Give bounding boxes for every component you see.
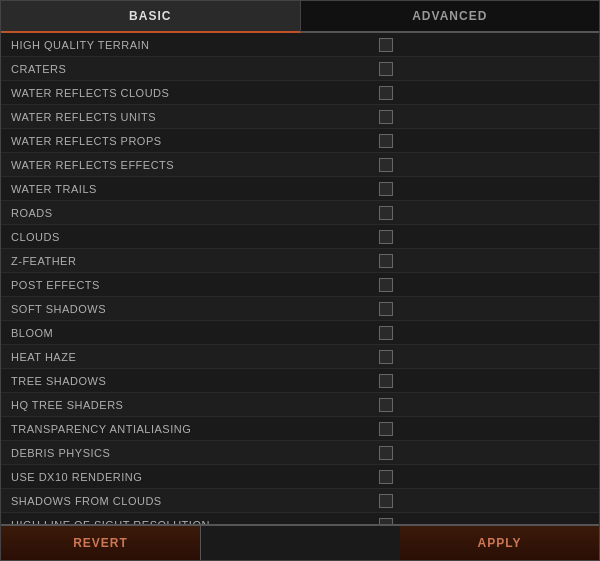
setting-checkbox[interactable] [379,350,393,364]
checkbox-area [359,398,599,412]
setting-checkbox[interactable] [379,254,393,268]
setting-label: SHADOWS FROM CLOUDS [11,495,359,507]
checkbox-area [359,158,599,172]
checkbox-area [359,182,599,196]
checkbox-area [359,374,599,388]
tab-advanced-label: ADVANCED [412,9,487,23]
setting-label: POST EFFECTS [11,279,359,291]
setting-checkbox[interactable] [379,38,393,52]
table-row: WATER TRAILS [1,177,599,201]
setting-checkbox[interactable] [379,494,393,508]
setting-checkbox[interactable] [379,302,393,316]
table-row: CLOUDS [1,225,599,249]
setting-label: SOFT SHADOWS [11,303,359,315]
setting-checkbox[interactable] [379,326,393,340]
table-row: HIGH LINE OF SIGHT RESOLUTION [1,513,599,524]
table-row: CRATERS [1,57,599,81]
setting-label: WATER REFLECTS PROPS [11,135,359,147]
setting-label: ROADS [11,207,359,219]
checkbox-area [359,470,599,484]
setting-label: WATER TRAILS [11,183,359,195]
setting-label: CLOUDS [11,231,359,243]
setting-label: Z-FEATHER [11,255,359,267]
checkbox-area [359,110,599,124]
setting-checkbox[interactable] [379,206,393,220]
table-row: WATER REFLECTS CLOUDS [1,81,599,105]
checkbox-area [359,422,599,436]
checkbox-area [359,494,599,508]
setting-checkbox[interactable] [379,422,393,436]
table-row: TRANSPARENCY ANTIALIASING [1,417,599,441]
checkbox-area [359,62,599,76]
setting-checkbox[interactable] [379,182,393,196]
footer-middle [201,526,400,560]
setting-label: HEAT HAZE [11,351,359,363]
table-row: HQ TREE SHADERS [1,393,599,417]
checkbox-area [359,446,599,460]
checkbox-area [359,350,599,364]
settings-list[interactable]: HIGH QUALITY TERRAINCRATERSWATER REFLECT… [1,33,599,524]
setting-label: WATER REFLECTS UNITS [11,111,359,123]
table-row: DEBRIS PHYSICS [1,441,599,465]
setting-checkbox[interactable] [379,134,393,148]
footer-bar: REVERT APPLY [1,524,599,560]
table-row: WATER REFLECTS PROPS [1,129,599,153]
setting-checkbox[interactable] [379,446,393,460]
table-row: SOFT SHADOWS [1,297,599,321]
apply-button[interactable]: APPLY [400,526,599,560]
setting-label: USE DX10 RENDERING [11,471,359,483]
setting-checkbox[interactable] [379,158,393,172]
table-row: HEAT HAZE [1,345,599,369]
tab-basic-label: BASIC [129,9,171,23]
setting-checkbox[interactable] [379,278,393,292]
table-row: POST EFFECTS [1,273,599,297]
table-row: BLOOM [1,321,599,345]
checkbox-area [359,134,599,148]
settings-container: BASIC ADVANCED HIGH QUALITY TERRAINCRATE… [0,0,600,561]
table-row: WATER REFLECTS UNITS [1,105,599,129]
setting-checkbox[interactable] [379,110,393,124]
table-row: Z-FEATHER [1,249,599,273]
setting-label: TREE SHADOWS [11,375,359,387]
table-row: WATER REFLECTS EFFECTS [1,153,599,177]
table-row: HIGH QUALITY TERRAIN [1,33,599,57]
setting-label: HIGH QUALITY TERRAIN [11,39,359,51]
setting-label: WATER REFLECTS CLOUDS [11,87,359,99]
setting-label: BLOOM [11,327,359,339]
setting-label: CRATERS [11,63,359,75]
checkbox-area [359,278,599,292]
checkbox-area [359,326,599,340]
table-row: ROADS [1,201,599,225]
content-area: HIGH QUALITY TERRAINCRATERSWATER REFLECT… [1,33,599,524]
setting-checkbox[interactable] [379,62,393,76]
revert-button[interactable]: REVERT [1,526,201,560]
table-row: USE DX10 RENDERING [1,465,599,489]
tabs-bar: BASIC ADVANCED [1,1,599,33]
setting-checkbox[interactable] [379,398,393,412]
setting-checkbox[interactable] [379,86,393,100]
checkbox-area [359,38,599,52]
table-row: SHADOWS FROM CLOUDS [1,489,599,513]
setting-label: DEBRIS PHYSICS [11,447,359,459]
setting-checkbox[interactable] [379,230,393,244]
tab-advanced[interactable]: ADVANCED [301,1,600,31]
checkbox-area [359,254,599,268]
table-row: TREE SHADOWS [1,369,599,393]
checkbox-area [359,86,599,100]
tab-basic[interactable]: BASIC [1,1,301,33]
apply-label: APPLY [478,536,522,550]
checkbox-area [359,230,599,244]
setting-label: TRANSPARENCY ANTIALIASING [11,423,359,435]
checkbox-area [359,206,599,220]
checkbox-area [359,302,599,316]
setting-label: HQ TREE SHADERS [11,399,359,411]
setting-checkbox[interactable] [379,374,393,388]
setting-label: WATER REFLECTS EFFECTS [11,159,359,171]
setting-checkbox[interactable] [379,470,393,484]
revert-label: REVERT [73,536,128,550]
